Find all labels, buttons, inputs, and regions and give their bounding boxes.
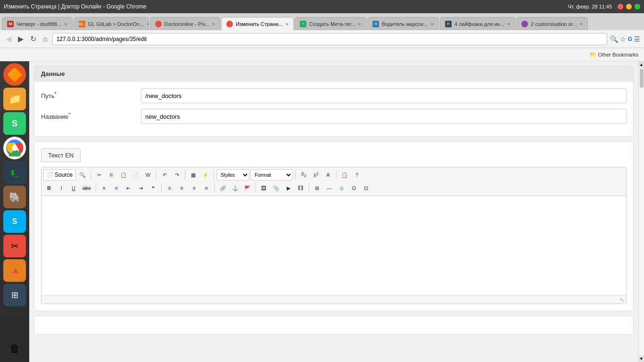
name-input[interactable] <box>141 109 627 124</box>
indent-button[interactable]: ⇥ <box>135 182 147 194</box>
separator-10 <box>256 183 256 193</box>
superscript-button[interactable]: X2 <box>310 169 322 181</box>
styles-select[interactable]: Styles <box>216 169 249 181</box>
tab-close-sozdanie[interactable]: × <box>358 21 361 27</box>
dock-item-trash[interactable]: 🗑 <box>3 337 26 360</box>
strikethrough-button[interactable]: abc <box>80 182 93 194</box>
tab-close-izmenit[interactable]: × <box>285 21 288 27</box>
tab-gitlab[interactable]: GL GL GitLab > DoctorOn... × <box>74 17 149 30</box>
paste-word-button[interactable]: W <box>142 169 154 181</box>
scrollbar-thumb[interactable] <box>640 69 644 88</box>
dock-item-db[interactable]: 🐘 <box>3 186 26 208</box>
file-button[interactable]: 📎 <box>271 182 282 194</box>
tab-gmail[interactable]: M Четверг - dsoft88... × <box>2 17 73 30</box>
media-button[interactable]: 🎞 <box>295 182 306 194</box>
tab-doctoronline[interactable]: Doctoronline - Piv... × <box>150 17 221 30</box>
redo-icon: ↷ <box>175 172 179 178</box>
redo-button[interactable]: ↷ <box>171 169 182 181</box>
paste-text-button[interactable]: 📄 <box>130 169 141 181</box>
source-button[interactable]: 📄 Source <box>43 169 76 181</box>
help-button[interactable]: ? <box>351 169 363 181</box>
tab-sozdanie[interactable]: + Создать Мета-тег... × <box>295 17 366 30</box>
tab-izmenit[interactable]: Изменить Страни... × <box>221 17 294 30</box>
path-input[interactable] <box>141 88 627 103</box>
ajax-button[interactable]: ⚡ <box>200 169 211 181</box>
menu-icon[interactable]: ☰ <box>634 35 640 43</box>
tab-laifhak[interactable]: H 4 лайфхака для ин... × <box>440 17 515 30</box>
format-select[interactable]: Format <box>250 169 293 181</box>
align-left-button[interactable]: ≡ <box>164 182 175 194</box>
tab-label-voditel: Водитель марсох... <box>382 21 428 27</box>
dock-item-ubuntu[interactable]: 🔶 <box>3 63 26 86</box>
tab-close-gmail[interactable]: × <box>64 21 67 27</box>
smiley-button[interactable]: ☺ <box>336 182 347 194</box>
fontcolor-button[interactable]: A <box>322 169 334 181</box>
align-right-button[interactable]: ≡ <box>189 182 200 194</box>
tab-close-doctoronline[interactable]: × <box>212 21 215 27</box>
dock-item-text-editor[interactable]: S <box>3 112 26 135</box>
address-bar[interactable] <box>52 33 607 45</box>
tab-close-laifhak[interactable]: × <box>507 21 510 27</box>
home-button[interactable]: ⌂ <box>41 34 50 44</box>
path-row: Путь* <box>41 88 627 103</box>
iframe-button[interactable]: ⊡ <box>361 182 372 194</box>
dock-item-terminal[interactable]: $_ <box>3 161 26 184</box>
cut-icon: ✂ <box>97 172 101 178</box>
close-control[interactable] <box>618 4 623 9</box>
other-bookmarks[interactable]: 📁 Other Bookmarks <box>587 50 640 59</box>
account-icon[interactable]: G <box>628 36 632 42</box>
anchor-button[interactable]: ⚓ <box>230 182 241 194</box>
paste-button[interactable]: 📋 <box>118 169 129 181</box>
underline-button[interactable]: U <box>68 182 79 194</box>
copy-button[interactable]: ⎘ <box>106 169 117 181</box>
find-button[interactable]: 🔍 <box>77 169 88 181</box>
copy-format-button[interactable]: 📋 <box>339 169 350 181</box>
tab-close-gitlab[interactable]: × <box>147 21 149 27</box>
align-center-button[interactable]: ≡ <box>176 182 188 194</box>
tab-customisation[interactable]: 2 customisation or... × <box>516 17 588 30</box>
italic-button[interactable]: I <box>56 182 67 194</box>
outdent-button[interactable]: ⇤ <box>123 182 134 194</box>
reload-button[interactable]: ↻ <box>28 33 38 44</box>
ordered-list-button[interactable]: ≡ <box>99 182 110 194</box>
scrollbar-down-button[interactable]: ▼ <box>639 355 644 362</box>
scrollbar-up-button[interactable]: ▲ <box>639 61 644 68</box>
editor-content-area[interactable] <box>41 196 626 295</box>
flag-button[interactable]: 🚩 <box>242 182 253 194</box>
table-button[interactable]: ⊞ <box>312 182 323 194</box>
dock-item-deploy[interactable]: 🔺 <box>3 259 26 282</box>
minimize-control[interactable] <box>626 4 632 9</box>
dock-item-skype[interactable]: S <box>3 210 26 233</box>
tab-voditel[interactable]: H Водитель марсох... × <box>367 17 439 30</box>
zoom-icon[interactable]: 🔍 <box>610 35 618 43</box>
cut-button[interactable]: ✂ <box>93 169 105 181</box>
tab-close-customisation[interactable]: × <box>580 21 583 27</box>
dock-item-tool[interactable]: ✂ <box>3 235 26 257</box>
forward-button[interactable]: ▶ <box>16 33 25 44</box>
dock-item-files[interactable]: 📁 <box>3 88 26 110</box>
link-button[interactable]: 🔗 <box>217 182 229 194</box>
dock-item-grid[interactable]: ⊞ <box>3 284 26 306</box>
editor-resize-handle[interactable]: ⤡ <box>41 295 626 304</box>
maximize-control[interactable] <box>635 4 640 9</box>
editor-toolbar-row1: 📄 Source 🔍 ✂ <box>41 167 626 196</box>
text-tab[interactable]: Текст EN <box>41 148 81 162</box>
hr-button[interactable]: — <box>324 182 335 194</box>
unordered-list-button[interactable]: ≡ <box>111 182 122 194</box>
back-button[interactable]: ◀ <box>4 33 13 44</box>
special-char-button[interactable]: Ω <box>348 182 360 194</box>
subscript-button[interactable]: X2 <box>298 169 309 181</box>
dock-item-chrome[interactable] <box>3 137 26 159</box>
scrollbar[interactable]: ▲ ▼ <box>638 61 644 362</box>
flash-button[interactable]: ▶ <box>283 182 294 194</box>
page-content: Данные Путь* Название* <box>29 61 638 362</box>
template-button[interactable]: ▦ <box>188 169 199 181</box>
tab-close-voditel[interactable]: × <box>431 21 434 27</box>
image-button[interactable]: 🖼 <box>258 182 270 194</box>
bold-button[interactable]: B <box>43 182 55 194</box>
undo-button[interactable]: ↶ <box>159 169 170 181</box>
bookmark-icon[interactable]: ☆ <box>620 35 626 43</box>
tab-label-customisation: 2 customisation or... <box>531 21 577 27</box>
blockquote-button[interactable]: ❝ <box>148 182 159 194</box>
justify-button[interactable]: ≡ <box>201 182 212 194</box>
